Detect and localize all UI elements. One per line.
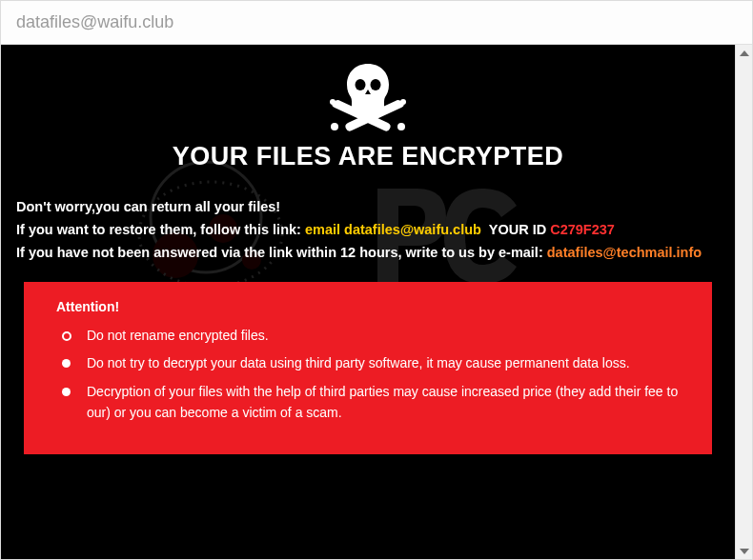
svg-point-11 xyxy=(356,79,366,90)
svg-point-7 xyxy=(331,123,338,130)
main-heading: YOUR FILES ARE ENCRYPTED xyxy=(10,142,725,171)
svg-point-10 xyxy=(400,99,406,105)
attention-heading: Attention! xyxy=(56,299,680,314)
vertical-scrollbar[interactable] xyxy=(735,45,752,560)
primary-email-label: email xyxy=(305,222,340,237)
attention-item: Do not rename encrypted files. xyxy=(56,326,680,347)
your-id-label: YOUR ID xyxy=(489,222,546,237)
scroll-up-icon[interactable] xyxy=(736,45,752,62)
line-return-files: Don't worry,you can return all your file… xyxy=(16,196,720,219)
svg-point-12 xyxy=(371,79,381,90)
window-title: datafiles@waifu.club xyxy=(16,12,173,32)
attention-list: Do not rename encrypted files. Do not tr… xyxy=(56,326,680,424)
attention-item: Decryption of your files with the help o… xyxy=(56,382,680,423)
skull-icon xyxy=(10,62,725,136)
attention-item: Do not try to decrypt your data using th… xyxy=(56,353,680,374)
restore-prefix: If you want to restore them, follow this… xyxy=(16,222,305,237)
svg-point-8 xyxy=(397,123,405,130)
line-fallback: If you have not been answered via the li… xyxy=(16,242,720,265)
secondary-email: datafiles@techmail.info xyxy=(547,245,702,260)
your-id-value: C279F237 xyxy=(550,222,615,237)
space2 xyxy=(481,222,489,237)
fallback-prefix: If you have not been answered via the li… xyxy=(16,245,547,260)
svg-point-9 xyxy=(330,99,336,105)
attention-box: Attention! Do not rename encrypted files… xyxy=(24,282,712,454)
window-titlebar: datafiles@waifu.club xyxy=(1,1,752,45)
viewport: risk .com xyxy=(1,45,752,560)
instruction-block: Don't worry,you can return all your file… xyxy=(10,196,725,265)
ransom-note: risk .com xyxy=(1,45,735,560)
line-restore: If you want to restore them, follow this… xyxy=(16,219,720,242)
primary-email: datafiles@waifu.club xyxy=(344,222,481,237)
scroll-down-icon[interactable] xyxy=(736,543,752,560)
